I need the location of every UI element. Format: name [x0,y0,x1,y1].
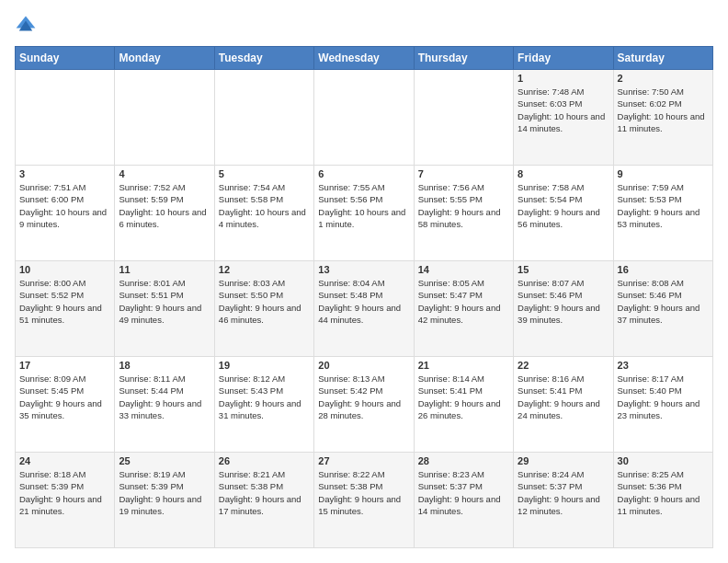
day-number: 10 [19,264,110,275]
day-info: Sunrise: 8:14 AMSunset: 5:41 PMDaylight:… [418,373,509,421]
day-info-line: Daylight: 9 hours and 58 minutes. [418,207,501,229]
calendar-week-1: 3Sunrise: 7:51 AMSunset: 6:00 PMDaylight… [16,166,713,261]
day-info-line: Sunrise: 8:05 AM [418,278,484,288]
calendar-cell: 29Sunrise: 8:24 AMSunset: 5:37 PMDayligh… [514,453,613,548]
day-info-line: Sunrise: 8:03 AM [219,278,285,288]
day-number: 13 [318,264,409,275]
calendar-header-thursday: Thursday [414,47,513,70]
day-info-line: Daylight: 9 hours and 23 minutes. [618,398,700,420]
calendar-header-row: SundayMondayTuesdayWednesdayThursdayFrid… [16,47,713,70]
day-number: 9 [618,168,709,179]
day-info: Sunrise: 8:21 AMSunset: 5:38 PMDaylight:… [219,468,310,517]
day-info-line: Sunrise: 8:22 AM [318,469,384,479]
day-info-line: Daylight: 9 hours and 15 minutes. [318,494,401,516]
day-info: Sunrise: 8:22 AMSunset: 5:38 PMDaylight:… [318,468,409,517]
day-number: 5 [219,168,310,179]
day-info-line: Sunset: 5:38 PM [318,481,382,491]
day-number: 11 [119,264,210,275]
calendar-cell: 25Sunrise: 8:19 AMSunset: 5:39 PMDayligh… [115,453,214,548]
day-info-line: Daylight: 9 hours and 42 minutes. [418,303,501,325]
calendar-cell [214,70,313,166]
day-info: Sunrise: 7:58 AMSunset: 5:54 PMDaylight:… [518,181,609,230]
calendar: SundayMondayTuesdayWednesdayThursdayFrid… [15,46,713,548]
day-number: 30 [618,455,709,466]
day-info: Sunrise: 8:13 AMSunset: 5:42 PMDaylight:… [318,373,409,421]
day-info-line: Daylight: 9 hours and 11 minutes. [618,494,700,516]
calendar-cell: 13Sunrise: 8:04 AMSunset: 5:48 PMDayligh… [314,261,414,357]
day-info-line: Daylight: 9 hours and 56 minutes. [518,207,600,229]
calendar-cell: 5Sunrise: 7:54 AMSunset: 5:58 PMDaylight… [214,166,313,261]
day-info: Sunrise: 8:23 AMSunset: 5:37 PMDaylight:… [418,468,509,517]
day-info-line: Sunset: 5:43 PM [219,385,283,396]
day-info-line: Sunrise: 8:07 AM [518,278,584,288]
day-number: 6 [318,168,409,179]
day-info-line: Sunset: 5:37 PM [418,481,483,491]
day-info-line: Sunset: 5:48 PM [318,290,382,300]
day-info-line: Sunset: 5:37 PM [518,481,582,491]
day-number: 19 [219,360,310,371]
day-number: 16 [618,264,709,275]
day-info: Sunrise: 8:07 AMSunset: 5:46 PMDaylight:… [518,277,609,326]
page: SundayMondayTuesdayWednesdayThursdayFrid… [0,0,728,563]
day-info: Sunrise: 7:55 AMSunset: 5:56 PMDaylight:… [318,181,409,230]
day-info-line: Sunset: 5:39 PM [119,481,183,491]
day-info-line: Sunrise: 7:54 AM [219,182,285,192]
day-info: Sunrise: 8:00 AMSunset: 5:52 PMDaylight:… [19,277,110,326]
day-info-line: Sunset: 5:55 PM [418,194,483,204]
calendar-cell: 14Sunrise: 8:05 AMSunset: 5:47 PMDayligh… [414,261,513,357]
calendar-cell: 27Sunrise: 8:22 AMSunset: 5:38 PMDayligh… [314,453,414,548]
day-info-line: Sunset: 5:36 PM [618,481,682,491]
day-info-line: Sunset: 5:56 PM [318,194,382,204]
calendar-header-friday: Friday [514,47,613,70]
day-info-line: Daylight: 10 hours and 6 minutes. [119,207,206,229]
day-info: Sunrise: 8:01 AMSunset: 5:51 PMDaylight:… [119,277,210,326]
calendar-header-sunday: Sunday [16,47,115,70]
day-number: 27 [318,455,409,466]
day-info-line: Sunrise: 8:24 AM [518,469,584,479]
calendar-week-3: 17Sunrise: 8:09 AMSunset: 5:45 PMDayligh… [16,357,713,453]
day-info-line: Sunrise: 7:48 AM [518,86,584,97]
day-info: Sunrise: 8:12 AMSunset: 5:43 PMDaylight:… [219,373,310,421]
calendar-cell: 16Sunrise: 8:08 AMSunset: 5:46 PMDayligh… [613,261,712,357]
day-info-line: Daylight: 9 hours and 12 minutes. [518,494,600,516]
day-number: 7 [418,168,509,179]
day-number: 23 [618,360,709,371]
day-info-line: Sunrise: 8:14 AM [418,373,484,384]
day-number: 12 [219,264,310,275]
day-info-line: Daylight: 9 hours and 49 minutes. [119,303,201,325]
calendar-cell: 28Sunrise: 8:23 AMSunset: 5:37 PMDayligh… [414,453,513,548]
day-info-line: Daylight: 9 hours and 19 minutes. [119,494,201,516]
calendar-cell [414,70,513,166]
day-number: 26 [219,455,310,466]
calendar-cell: 15Sunrise: 8:07 AMSunset: 5:46 PMDayligh… [514,261,613,357]
day-number: 18 [119,360,210,371]
day-info-line: Daylight: 9 hours and 21 minutes. [19,494,102,516]
day-info: Sunrise: 7:51 AMSunset: 6:00 PMDaylight:… [19,181,110,230]
calendar-cell: 6Sunrise: 7:55 AMSunset: 5:56 PMDaylight… [314,166,414,261]
day-info-line: Daylight: 10 hours and 9 minutes. [19,207,107,229]
day-info-line: Sunrise: 7:56 AM [418,182,484,192]
day-info-line: Daylight: 9 hours and 33 minutes. [119,398,201,420]
day-info-line: Sunrise: 8:08 AM [618,278,684,288]
day-info-line: Daylight: 10 hours and 4 minutes. [219,207,306,229]
day-info-line: Daylight: 9 hours and 44 minutes. [318,303,401,325]
calendar-week-0: 1Sunrise: 7:48 AMSunset: 6:03 PMDaylight… [16,70,713,166]
calendar-header-tuesday: Tuesday [214,47,313,70]
day-info-line: Daylight: 9 hours and 37 minutes. [618,303,700,325]
day-info-line: Daylight: 10 hours and 1 minute. [318,207,405,229]
day-number: 22 [518,360,609,371]
day-info-line: Sunset: 5:40 PM [618,385,682,396]
calendar-cell: 17Sunrise: 8:09 AMSunset: 5:45 PMDayligh… [16,357,115,453]
day-number: 24 [19,455,110,466]
day-info: Sunrise: 7:48 AMSunset: 6:03 PMDaylight:… [518,86,609,134]
day-info-line: Sunrise: 8:23 AM [418,469,484,479]
day-number: 28 [418,455,509,466]
calendar-header-wednesday: Wednesday [314,47,414,70]
day-info-line: Sunset: 5:44 PM [119,385,183,396]
day-info-line: Sunset: 6:00 PM [19,194,84,204]
day-info-line: Daylight: 10 hours and 11 minutes. [618,111,705,133]
calendar-week-2: 10Sunrise: 8:00 AMSunset: 5:52 PMDayligh… [16,261,713,357]
day-info: Sunrise: 7:50 AMSunset: 6:02 PMDaylight:… [618,86,709,134]
logo [15,15,39,37]
day-info: Sunrise: 7:54 AMSunset: 5:58 PMDaylight:… [219,181,310,230]
